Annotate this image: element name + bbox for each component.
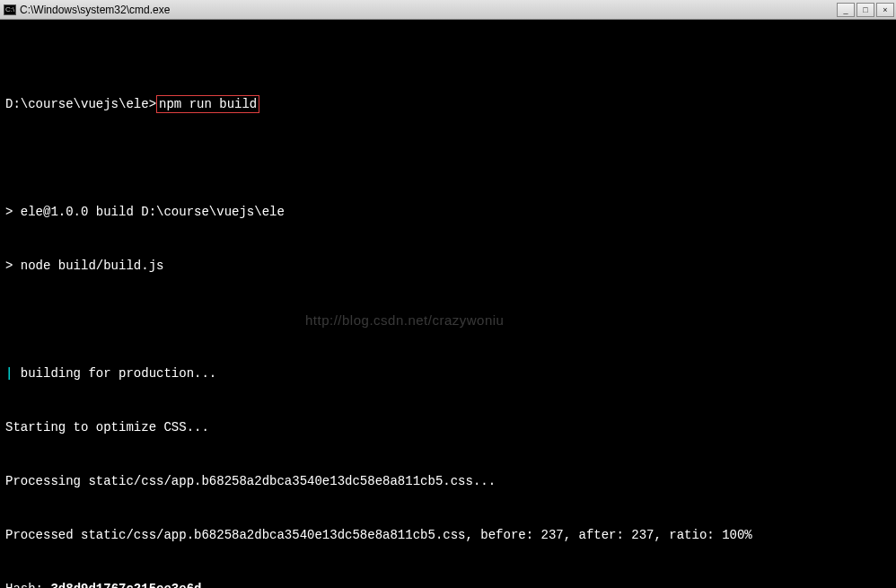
maximize-button[interactable]: □ (856, 3, 874, 17)
close-button[interactable]: × (876, 3, 894, 17)
window-title: C:\Windows\system32\cmd.exe (20, 4, 170, 16)
terminal-output[interactable]: http://blog.csdn.net/crazywoniu D:\cours… (0, 20, 896, 588)
hash-label: Hash: (5, 582, 50, 588)
processing-line: Processing static/css/app.b68258a2dbca35… (5, 472, 891, 490)
prompt-path: D:\course\vuejs\ele> (5, 97, 156, 111)
processed-line: Processed static/css/app.b68258a2dbca354… (5, 526, 891, 544)
minimize-button[interactable]: _ (837, 3, 855, 17)
cmd-icon: C:\ (4, 4, 16, 15)
window-titlebar: C:\ C:\Windows\system32\cmd.exe _ □ × (0, 0, 896, 20)
npm-line-2: > node build/build.js (5, 257, 891, 275)
building-line: building for production... (13, 366, 216, 381)
hash-value: 3d8d9d1767c215ee3e6d (50, 582, 201, 588)
optimize-line: Starting to optimize CSS... (5, 418, 891, 436)
npm-line-1: > ele@1.0.0 build D:\course\vuejs\ele (5, 203, 891, 221)
prompt-command: npm run build (156, 95, 259, 113)
